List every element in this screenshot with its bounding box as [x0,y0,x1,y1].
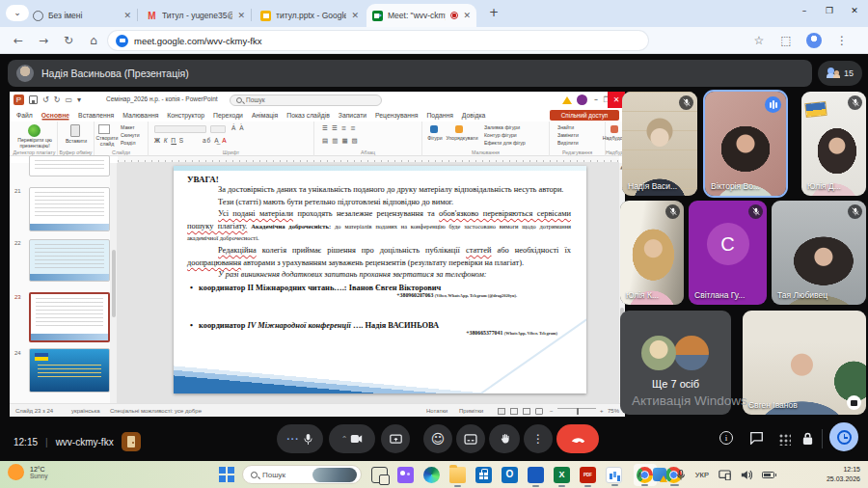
captions-button[interactable] [456,424,485,453]
comments-button[interactable]: Примітки [459,408,483,414]
section-button[interactable]: Розділ [121,140,140,146]
menu-animations[interactable]: Анімація [252,112,278,119]
addins-icon[interactable] [610,125,618,133]
tray-expand-icon[interactable]: ∧ [637,470,643,479]
menu-slideshow[interactable]: Показ слайдів [286,112,330,119]
save-icon[interactable] [29,95,38,104]
zoom-in-icon[interactable]: + [600,408,604,414]
shape-effects-button[interactable]: Ефекти для фігур [484,140,526,146]
menu-record[interactable]: Записати [339,112,366,119]
activities-button[interactable] [778,433,791,446]
reload-button[interactable]: ↻ [60,32,77,49]
shapes-icon[interactable] [430,125,438,133]
addins-button[interactable]: Надбудови [598,136,625,142]
microphone-button[interactable]: ··· [277,424,323,453]
taskbar-search[interactable]: Пошук [242,465,362,484]
slideshow-icon[interactable]: ▭ [65,95,72,104]
taskbar-clock[interactable]: 12:15 25.03.2026 [827,465,860,484]
tile-viktoriya-speaking[interactable]: Вікторія Во... [705,92,786,196]
plagiarism-check-button[interactable]: Перевірити цю презентацію! [13,138,57,149]
file-explorer-icon[interactable] [449,467,466,483]
language-indicator[interactable]: УКР [695,471,709,479]
menu-transitions[interactable]: Переходи [213,112,243,119]
reading-view-icon[interactable] [523,408,530,415]
menu-home[interactable]: Основне [41,112,69,119]
text-effects-icons[interactable]: аб А̲ А [203,137,228,144]
present-button[interactable] [381,424,410,453]
notes-button[interactable]: Нотатки [426,408,448,414]
language-indicator[interactable]: українська [71,408,100,414]
thumbnail-scrollbar[interactable] [110,163,117,403]
font-grow-shrink-icons[interactable]: А́ А̀ [231,124,244,131]
forward-button[interactable]: → [35,32,52,49]
menu-design[interactable]: Конструктор [167,112,204,119]
window-minimize-button[interactable]: – [793,2,816,19]
arrange-icon[interactable] [455,125,463,133]
close-icon[interactable]: ✕ [123,11,131,20]
door-extension-icon[interactable] [122,432,141,451]
microsoft-store-icon[interactable] [475,467,492,483]
align-icons[interactable]: ▤ ▥ ▦ ▧ [322,137,359,145]
slide-23[interactable]: УВАГА! За достовірність даних та унікаль… [174,166,586,393]
thumbnail-slide-22[interactable] [29,239,110,282]
thumbnail-slide-24[interactable] [29,348,110,393]
tile-svitlana[interactable]: C Світлана Гу... [689,201,767,305]
sorter-view-icon[interactable] [510,408,518,415]
arrange-button[interactable]: Упорядкувати [444,136,480,142]
tab-gmail[interactable]: M Титул - yugene35@gmail.com ✕ [141,4,251,27]
volume-icon[interactable] [741,470,752,480]
stats-app-icon[interactable] [606,467,622,483]
zoom-out-icon[interactable]: − [550,408,554,414]
start-button[interactable] [219,467,234,482]
browser-menu-icon[interactable]: ⋮ [833,32,851,49]
menu-view[interactable]: Подання [426,112,452,119]
meeting-timer-extension-icon[interactable] [829,422,858,451]
menu-draw[interactable]: Малювання [122,112,158,119]
layout-button[interactable]: Макет [121,124,140,130]
redo-icon[interactable]: ↻ [54,95,61,104]
zoom-slider-thumb[interactable] [577,408,579,415]
extensions-icon[interactable]: ⬚ [777,32,795,49]
home-button[interactable]: ⌂ [85,32,102,49]
ppt-search-box[interactable]: Пошук [230,95,382,106]
replace-button[interactable]: Замінити [557,132,579,138]
back-button[interactable]: ← [10,32,27,49]
shape-outline-button[interactable]: Контур фігури [484,132,526,138]
end-call-button[interactable] [556,424,599,453]
tab-meet-active[interactable]: Meet: "wvv-ckmy-fkx" ✕ [366,4,476,27]
info-button[interactable]: i [719,431,733,445]
tray-mic-icon[interactable] [676,469,686,481]
font-name-box[interactable] [154,125,206,133]
menu-review[interactable]: Рецензування [375,112,418,119]
reactions-button[interactable]: ☺ [423,424,452,453]
window-maximize-button[interactable]: ❐ [818,2,841,19]
plagiarism-check-icon[interactable] [28,124,41,137]
accessibility-status[interactable]: Спеціальні можливості: усе добре [110,408,202,414]
qat-customize-icon[interactable]: ▾ [77,95,81,104]
find-button[interactable]: Знайти [557,124,579,130]
undo-icon[interactable]: ↺ [42,95,49,104]
tile-yevhen[interactable]: Євген Іванов [743,311,866,415]
font-size-box[interactable] [210,125,226,133]
outlook-icon[interactable]: O [502,467,518,483]
chat-button[interactable] [749,431,764,448]
select-button[interactable]: Виділити [557,140,579,146]
host-controls-button[interactable] [801,431,814,449]
paste-button[interactable]: Вставити [58,139,95,145]
chevron-up-icon[interactable]: ⌃ [341,435,348,444]
address-bar[interactable]: meet.google.com/wvv-ckmy-fkx [108,31,648,50]
participants-count-pill[interactable]: 15 [818,61,862,86]
thumbnail-slide-20[interactable] [29,155,110,176]
site-info-icon[interactable] [116,35,128,47]
share-button[interactable]: Спільний доступ [550,110,619,121]
notification-warning-icon[interactable] [653,468,666,481]
tile-nadiya[interactable]: Надія Васи... [622,92,697,196]
new-slide-button[interactable]: Створити слайд [95,136,120,148]
people-app-icon[interactable] [397,467,414,483]
cast-screen-icon[interactable] [719,470,731,480]
weather-widget[interactable]: 12°C Sunny [8,464,47,480]
menu-file[interactable]: Файл [16,112,33,119]
word-icon[interactable] [528,467,544,483]
tile-yuliya-k[interactable]: Юлія К... [620,201,684,305]
task-view-icon[interactable] [371,467,388,483]
